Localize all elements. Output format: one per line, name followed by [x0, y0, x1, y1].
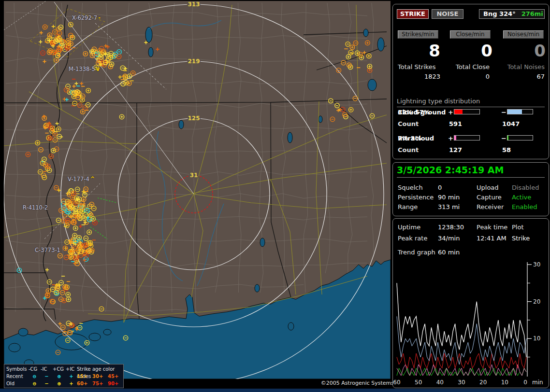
legend-strike-symbol: ⊖ — [29, 380, 41, 387]
bearing-label: Bng 324° — [483, 10, 516, 17]
trend-series-ic-positive — [397, 364, 526, 376]
x-tick-label: 50 — [415, 379, 422, 386]
status-row: Squelch 0 Upload Disabled — [398, 184, 547, 192]
trend-series-cg-negative — [397, 316, 526, 364]
ic-positive-bar — [454, 135, 480, 140]
noise-mode-button[interactable]: NOISE — [432, 9, 463, 19]
legend-strike-symbol: ⊕ — [53, 373, 66, 380]
noises-per-min-block: Noises/min 0 — [503, 30, 546, 60]
total-close-block: Total Close 0 — [453, 63, 490, 80]
x-tick-label: 40 — [436, 379, 444, 386]
legend-age-code: 45+ — [108, 373, 123, 380]
total-strikes-block: Total Strikes 1823 — [398, 63, 440, 80]
legend-row-label: Old — [6, 380, 29, 387]
uptime-row: Uptime 1238:30 Peak time Plot — [398, 224, 547, 231]
window-bottom-edge — [0, 389, 550, 392]
x-tick-label: 10 — [501, 379, 508, 386]
trend-window-value: 60 min — [438, 249, 460, 256]
map-canvas: 31321912531 — [4, 1, 391, 379]
lightning-map[interactable]: 31321912531 X-6292-7-M-1338-5vV-177-4^R-… — [4, 1, 391, 379]
x-tick-label: 60 — [393, 379, 400, 386]
trend-series-strikes-total — [397, 283, 526, 357]
x-tick-label: 20 — [479, 379, 487, 386]
receiver-status: Enabled — [512, 203, 537, 210]
trend-graph: 1020306050403020100min — [393, 259, 549, 388]
peak-rate-row: Peak rate 34/min 12:41 AM Strike — [398, 235, 547, 242]
cg-negative-bar — [507, 109, 533, 114]
total-close-label: Total Close — [453, 63, 490, 70]
status-row: Persistence 90 min Capture Active — [398, 194, 547, 201]
cg-positive-bar — [454, 109, 480, 114]
legend-age-code: 90+ — [108, 380, 123, 387]
y-tick-label: 30 — [533, 261, 540, 268]
intracloud-label: Intracloud — [398, 135, 434, 142]
total-noises-value: 67 — [502, 73, 545, 80]
bearing-display: Bng 324°276mi — [479, 9, 545, 19]
cell-trend-marker: ^ — [90, 176, 95, 182]
legend-strike-symbol: + — [66, 380, 77, 387]
intracloud-row: Intracloud + 7% − 3% — [398, 135, 547, 142]
cell-trend-marker: - — [98, 14, 101, 21]
cg-negative-count: 1047 — [502, 120, 520, 127]
storm-cell-label: V-177-4^ — [68, 176, 95, 182]
storm-cell-label: C-3773-1 — [35, 247, 60, 253]
ic-negative-count: 58 — [502, 146, 511, 154]
legend-strike-symbol: + — [66, 373, 77, 380]
legend-strike-symbol: − — [41, 380, 53, 387]
total-strikes-label: Total Strikes — [398, 63, 440, 70]
ic-negative-bar — [507, 135, 533, 140]
close-per-min-value: 0 — [450, 41, 492, 60]
capture-status: Active — [512, 194, 531, 201]
y-tick-label: 20 — [533, 298, 540, 305]
legend-age-code: 30+ — [92, 373, 108, 380]
trend-panel: Uptime 1238:30 Peak time Plot Peak rate … — [392, 218, 549, 388]
strike-legend: Symbols-CG-IC+CG+ICStrike age color code… — [4, 364, 124, 388]
storm-cell-label: R-4110-2 — [23, 204, 48, 211]
upload-status: Disabled — [512, 184, 539, 191]
close-per-min-block: Close/min 0 — [450, 30, 492, 60]
trend-series-cg-positive — [397, 353, 526, 368]
bearing-range: 276mi — [521, 10, 543, 17]
legend-strike-symbol: ⊕ — [53, 380, 66, 387]
legend-age-code: 15+ — [77, 373, 92, 380]
cloud-ground-row: Cloud-ground + 32% − 57% — [398, 109, 547, 116]
strike-counter-panel: STRIKE NOISE Bng 324°276mi Strikes/min 8… — [392, 4, 549, 159]
status-row: Range 313 mi Receiver Enabled — [398, 203, 547, 211]
storm-cell-label: M-1338-5v — [69, 66, 100, 72]
total-strikes-value: 1823 — [398, 73, 440, 80]
x-tick-label: 30 — [458, 379, 465, 386]
legend-age-code: 75+ — [92, 380, 108, 387]
total-close-value: 0 — [453, 73, 490, 80]
legend-strike-symbol: ⊖ — [29, 373, 41, 380]
close-per-min-button[interactable]: Close/min — [450, 30, 491, 39]
noises-per-min-value: 0 — [503, 41, 546, 60]
x-tick-label: 0 — [523, 379, 527, 386]
distribution-title: Lightning type distribution — [397, 98, 545, 107]
total-noises-label: Total Noises — [502, 63, 545, 70]
peak-rate-value: 34/min — [438, 235, 460, 242]
noises-per-min-button[interactable]: Noises/min — [503, 30, 544, 39]
x-axis-unit: min — [532, 379, 543, 386]
storm-cell-label: X-6292-7- — [72, 14, 101, 21]
legend-row-label: Recent — [6, 373, 29, 380]
copyright-text: ©2005 Astrogenic Systems — [312, 380, 394, 386]
strikes-per-min-block: Strikes/min 8 — [398, 30, 440, 60]
legend-strike-symbol: − — [41, 373, 53, 380]
cg-positive-count: 591 — [449, 120, 462, 127]
y-tick-label: 10 — [533, 335, 540, 342]
range-ring-label: 31 — [190, 172, 198, 179]
datetime-display: 3/5/2026 2:45:19 AM — [397, 165, 545, 178]
range-ring-label: 219 — [188, 58, 200, 65]
range-ring-label: 313 — [188, 1, 200, 8]
status-panel: 3/5/2026 2:45:19 AM Squelch 0 Upload Dis… — [392, 162, 549, 216]
ic-positive-count: 127 — [449, 146, 462, 154]
trend-graph-row: Trend graph 60 min — [398, 249, 547, 256]
strike-mode-button[interactable]: STRIKE — [397, 9, 429, 19]
range-ring-label: 125 — [188, 115, 200, 122]
peak-time-value: 12:41 AM — [477, 235, 507, 242]
intracloud-counts: Count 127 58 — [398, 146, 547, 154]
cloud-ground-counts: Count 591 1047 — [398, 120, 547, 127]
uptime-value: 1238:30 — [438, 224, 464, 231]
plot-type-value: Strike — [512, 235, 530, 242]
strikes-per-min-button[interactable]: Strikes/min — [398, 30, 438, 39]
